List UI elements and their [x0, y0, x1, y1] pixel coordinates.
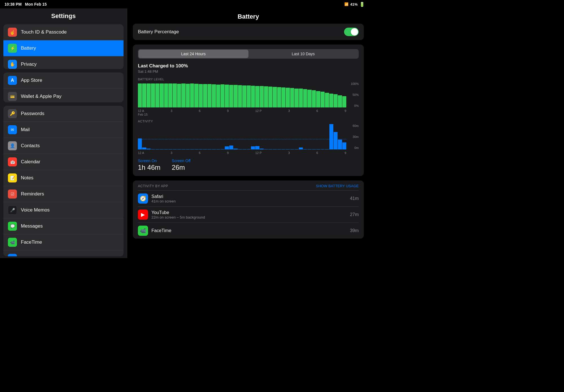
status-right: 📶 41% 🔋 [344, 2, 365, 7]
sidebar-title: Settings [0, 8, 127, 23]
sidebar-item-label-calendar: Calendar [21, 159, 40, 165]
battery-bar [316, 91, 320, 108]
battery-bar [312, 90, 316, 107]
app-row[interactable]: 📹FaceTime39m [138, 223, 359, 239]
sidebar: Settings ☝ Touch ID & Passcode ⚡ Battery… [0, 8, 127, 258]
battery-bar [334, 94, 338, 107]
battery-y-100: 100% [347, 82, 359, 85]
app-row[interactable]: ▶YouTube22m on screen – 5m background27m [138, 207, 359, 223]
activity-bar [138, 138, 142, 149]
screen-on-value: 1h 46m [138, 164, 160, 171]
chart-section: Last 24 Hours Last 10 Days Last Charged … [133, 45, 364, 176]
activity-header: ACTIVITY BY APP SHOW BATTERY USAGE [138, 180, 359, 191]
tab-10d[interactable]: Last 10 Days [248, 50, 358, 58]
activity-bar [281, 149, 285, 149]
battery-bar [229, 85, 233, 107]
app-icon: 📹 [138, 226, 148, 236]
battery-bar [338, 95, 342, 107]
battery-bar [199, 84, 203, 107]
sidebar-item-label-privacy: Privacy [21, 61, 37, 67]
sidebar-item-label-app-store: App Store [21, 78, 42, 83]
status-time: 10:38 PM [5, 2, 22, 6]
sidebar-item-label-contacts: Contacts [21, 143, 40, 149]
battery-bar [307, 90, 311, 107]
activity-bar [316, 149, 320, 149]
battery-bar [329, 94, 333, 107]
activity-bar [255, 146, 259, 149]
sidebar-item-calendar[interactable]: 📅 Calendar [3, 154, 124, 170]
sidebar-item-passwords[interactable]: 🔑 Passwords [3, 106, 124, 122]
sidebar-item-messages[interactable]: 💬 Messages [3, 218, 124, 234]
last-charged-title: Last Charged to 100% [138, 63, 359, 69]
battery-bar [194, 84, 198, 107]
battery-bar [268, 87, 272, 107]
sidebar-section-1: ☝ Touch ID & Passcode ⚡ Battery ✋ Privac… [3, 24, 124, 69]
activity-bar [203, 149, 207, 149]
app-info: FaceTime [151, 228, 347, 233]
battery-bar [216, 85, 220, 107]
activity-bar [338, 140, 342, 149]
activity-bar [225, 146, 229, 149]
activity-bar [334, 132, 338, 149]
activity-bar [233, 149, 237, 149]
sidebar-item-safari[interactable]: 🧭 Safari [3, 250, 124, 256]
app-time: 41m [350, 196, 359, 201]
touch-id-icon: ☝ [8, 28, 17, 37]
sidebar-item-reminders[interactable]: ☑ Reminders [3, 186, 124, 202]
activity-bar [277, 149, 281, 149]
activity-x-labels: 12 A 3 6 9 12 P 3 6 9 [138, 151, 359, 155]
activity-by-app-section: ACTIVITY BY APP SHOW BATTERY USAGE 🧭Safa… [133, 180, 364, 239]
sidebar-item-facetime[interactable]: 📹 FaceTime [3, 234, 124, 250]
toggle-knob [351, 28, 358, 36]
messages-icon: 💬 [8, 222, 17, 231]
sidebar-item-mail[interactable]: ✉ Mail [3, 122, 124, 138]
app-row[interactable]: 🧭Safari41m on screen41m [138, 191, 359, 207]
sidebar-item-label-passwords: Passwords [21, 111, 44, 116]
battery-bar [260, 86, 264, 107]
sidebar-item-label-wallet: Wallet & Apple Pay [21, 94, 61, 99]
sidebar-item-label-reminders: Reminders [21, 191, 44, 197]
activity-bar [307, 149, 311, 149]
battery-bar [299, 89, 303, 107]
sidebar-item-touch-id[interactable]: ☝ Touch ID & Passcode [3, 24, 124, 40]
battery-bar [290, 88, 294, 107]
activity-bar [286, 149, 290, 149]
activity-bar [208, 149, 211, 149]
sidebar-item-privacy[interactable]: ✋ Privacy [3, 56, 124, 69]
battery-percentage-toggle[interactable] [344, 28, 359, 36]
tab-24h[interactable]: Last 24 Hours [138, 50, 248, 58]
activity-y-labels: 60m 30m 0m [347, 124, 359, 149]
battery-bar [342, 96, 346, 107]
battery-bar [160, 83, 164, 107]
content-title: Battery [127, 8, 369, 24]
sidebar-item-battery[interactable]: ⚡ Battery [3, 40, 124, 56]
battery-bar [151, 83, 155, 108]
activity-bars-container [138, 124, 346, 149]
activity-bar [238, 149, 242, 149]
sidebar-item-contacts[interactable]: 👤 Contacts [3, 138, 124, 154]
notes-icon: 📝 [8, 173, 17, 182]
app-icon: ▶ [138, 210, 148, 220]
app-detail: 22m on screen – 5m background [151, 215, 347, 219]
app-info: Safari41m on screen [151, 194, 347, 203]
activity-bar [155, 149, 159, 149]
sidebar-item-wallet[interactable]: 💳 Wallet & Apple Pay [3, 89, 124, 102]
battery-bar [190, 83, 194, 107]
time-tab-selector: Last 24 Hours Last 10 Days [138, 49, 359, 59]
activity-bar [329, 124, 333, 149]
activity-bar [181, 149, 185, 149]
sidebar-item-notes[interactable]: 📝 Notes [3, 170, 124, 186]
activity-bar [177, 149, 181, 149]
show-battery-usage-button[interactable]: SHOW BATTERY USAGE [316, 184, 359, 188]
app-rows-container: 🧭Safari41m on screen41m▶YouTube22m on sc… [138, 191, 359, 239]
battery-bar [203, 84, 207, 107]
status-bar: 10:38 PM Mon Feb 15 📶 41% 🔋 [0, 0, 369, 8]
privacy-icon: ✋ [8, 60, 17, 69]
battery-bar [164, 83, 168, 108]
sidebar-item-app-store[interactable]: A App Store [3, 72, 124, 89]
screen-off-value: 26m [172, 164, 191, 171]
sidebar-item-voice-memos[interactable]: 🎤 Voice Memos [3, 202, 124, 218]
activity-bar [147, 149, 151, 149]
activity-bar [173, 149, 177, 149]
battery-bar [281, 87, 285, 107]
